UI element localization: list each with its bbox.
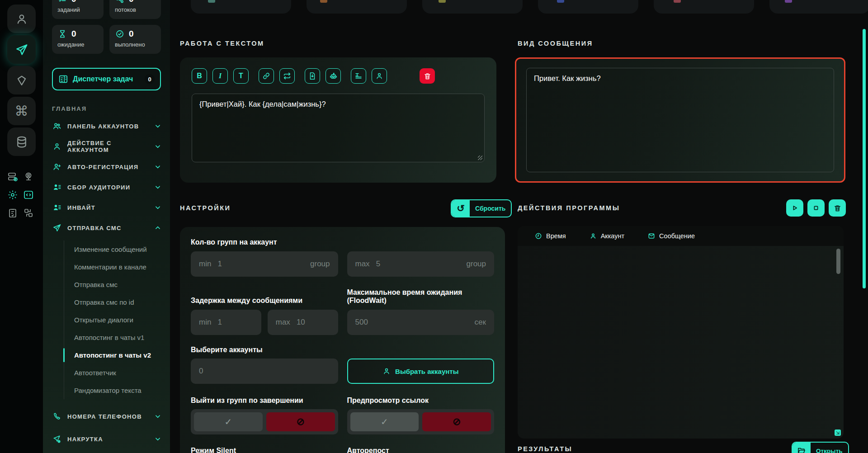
sidebar: 0 заданий 0 потоков 0 [43,0,170,453]
person-icon [382,367,391,375]
toggle-yes-option[interactable]: ✓ [194,412,263,431]
submenu-item[interactable]: Открытые диалоги [64,311,161,329]
stat-card-done: 0 выполнено [109,25,161,54]
chevron-down-icon [155,204,161,211]
italic-button[interactable]: I [212,68,228,84]
tag-icon[interactable] [7,66,36,94]
submenu-item[interactable]: Автоответчик [64,364,161,382]
submenu-item[interactable]: Отправка смс [64,276,161,293]
textarea-resize-handle[interactable] [478,156,482,160]
bold-button[interactable]: B [192,68,207,84]
toggle-no-option[interactable]: ⊘ [422,412,491,431]
accounts-count-input[interactable]: 0 [191,359,338,384]
stats-grid: 0 заданий 0 потоков 0 [52,0,161,54]
sidebar-item-auto-registration[interactable]: АВТО-РЕГИСТРАЦИЯ [52,160,161,173]
file-download-button[interactable] [305,68,320,84]
stat-card [422,0,523,14]
play-button[interactable] [786,199,803,217]
delay-min-input[interactable]: min1 [191,310,261,335]
submenu-item-active[interactable]: Автопостинг в чаты v2 [64,346,161,364]
repeat-button[interactable] [279,68,295,84]
profile-icon[interactable] [7,5,36,33]
groups-min-input[interactable]: min1 group [191,251,338,277]
clipboard-check-icon[interactable] [7,207,19,219]
server-check-icon[interactable] [7,171,19,183]
chevron-down-icon [155,123,161,129]
stat-label: выполнено [115,41,156,48]
phone-icon [52,411,62,421]
user-list-icon [52,182,62,192]
sidebar-item-send-sms[interactable]: ОТПРАВКА СМС [52,222,161,234]
table-scrollbar[interactable] [836,249,840,274]
submenu-item[interactable]: Изменение сообщений [64,241,161,258]
delete-text-button[interactable] [420,68,435,84]
sidebar-item-accounts-panel[interactable]: ПАНЕЛЬ АККАУНТОВ [52,120,161,132]
database-icon[interactable] [7,127,36,156]
link-preview-label: Предпросмотр ссылок [347,396,495,405]
toggle-yes-option[interactable]: ✓ [350,412,419,431]
send-icon[interactable] [7,35,36,64]
icon-rail: ⌘ [0,0,43,453]
text-format-button[interactable] [351,68,366,84]
groups-max-input[interactable]: max5 group [347,251,495,277]
account-cam-icon[interactable] [23,171,34,183]
floodwait-input[interactable]: 500 сек [347,310,495,335]
person-button[interactable] [372,68,387,84]
app-window: ⌘ 0 [0,0,868,453]
send-sms-submenu: Изменение сообщений Комментарии в канале… [64,241,161,399]
stat-card-streams: 0 потоков [109,0,161,19]
message-textarea[interactable]: {Привет|Хай}. Как {дела|сам|жизнь}? [192,94,485,162]
sidebar-item-account-action[interactable]: ДЕЙСТВИЕ С АККАУНТОМ [52,140,161,153]
code-window-icon[interactable] [23,189,34,201]
task-manager-button[interactable]: Диспетчер задач 0 [52,68,161,90]
card-pip [674,0,681,3]
stop-button[interactable] [807,199,825,217]
sidebar-item-phone-numbers[interactable]: НОМЕРА ТЕЛЕФОНОВ [52,410,161,423]
delay-max-input[interactable]: max10 [268,310,338,335]
gear-icon[interactable] [7,189,19,201]
toggle-no-option[interactable]: ⊘ [266,412,335,431]
link-preview-toggle: ✓ ⊘ [347,409,495,434]
reset-button[interactable]: ↺ Сбросить [451,199,512,217]
text-work-card: B I T [180,57,496,183]
reset-label: Сбросить [470,200,511,217]
sidebar-item-audience-collect[interactable]: СБОР АУДИТОРИИ [52,181,161,193]
card-pip [785,0,792,3]
trash-button[interactable] [829,199,846,217]
robot-button[interactable] [326,68,341,84]
accounts-label: Выберите аккаунты [191,346,494,354]
stat-card [654,0,754,14]
submenu-item[interactable]: Рандомизатор текста [64,382,161,399]
card-pip [208,0,215,3]
submenu-item[interactable]: Автопостинг в чаты v1 [64,329,161,346]
expand-icon[interactable]: ⇲ [835,429,841,436]
reset-icon: ↺ [452,200,470,217]
link-button[interactable] [259,68,274,84]
hourglass-icon [57,29,67,39]
share-icon [115,0,125,4]
preview-section-title: ВИД СООБЩЕНИЯ [518,40,593,47]
stat-label: заданий [57,6,98,13]
select-accounts-button[interactable]: Выбрать аккаунты [347,359,495,384]
submenu-item[interactable]: Отправка смс по id [64,293,161,311]
clock-icon [535,232,542,240]
text-toolbar: B I T [192,68,485,84]
sidebar-item-boost[interactable]: НАКРУТКА [52,433,161,445]
message-preview: Привет. Как жизнь? [526,68,834,172]
title-button[interactable]: T [233,68,249,84]
swap-icon[interactable] [23,207,34,219]
sidebar-item-invite[interactable]: ИНВАЙТ [52,201,161,214]
command-icon[interactable]: ⌘ [7,97,36,125]
page-scrollbar[interactable] [863,29,866,288]
sidebar-item-label: ОТПРАВКА СМС [67,225,122,231]
stat-label: ожидание [57,41,98,48]
stat-value: 0 [71,29,76,39]
submenu-item[interactable]: Комментарии в канале [64,258,161,276]
stat-card [769,0,868,14]
stat-card-tasks: 0 заданий [52,0,104,19]
main-content: РАБОТА С ТЕКСТОМ B I T [170,0,868,453]
sidebar-section-label: ГЛАВНАЯ [52,105,161,112]
message-textarea-wrap: {Привет|Хай}. Как {дела|сам|жизнь}? [192,94,485,164]
open-results-button[interactable]: Открыть [792,442,849,453]
sidebar-item-label: АВТО-РЕГИСТРАЦИЯ [67,164,138,170]
